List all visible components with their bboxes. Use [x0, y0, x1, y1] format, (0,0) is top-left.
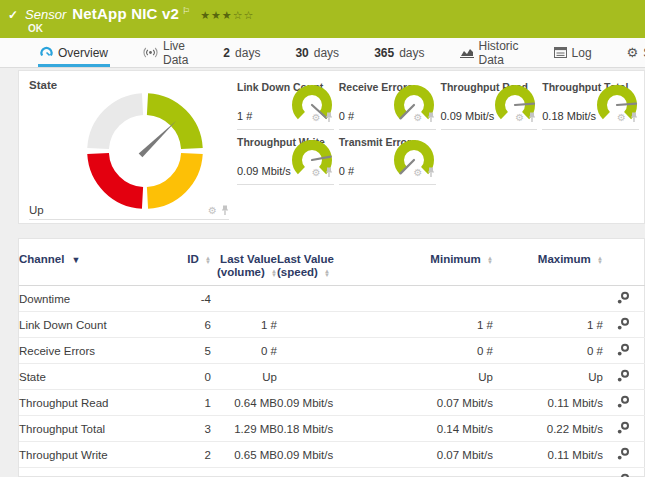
- tab-30-days[interactable]: 30days: [293, 38, 341, 67]
- sort-icon: ▲▼: [597, 256, 603, 264]
- column-label: ID: [187, 253, 199, 265]
- channel-table-panel: Channel ▼ID ▲▼Last Value(volume) ▲▼Last …: [18, 238, 645, 477]
- cell-channel[interactable]: Link Down Count: [19, 312, 171, 338]
- cell-channel[interactable]: Throughput Read: [19, 390, 171, 416]
- channel-settings-icon[interactable]: [617, 369, 630, 384]
- cell-volume: 0 #: [211, 468, 277, 477]
- pin-icon[interactable]: [221, 205, 229, 216]
- cell-volume: [211, 286, 277, 312]
- cell-max: 0 #: [493, 338, 603, 364]
- cell-channel[interactable]: State: [19, 364, 171, 390]
- gauge-settings-gear-icon[interactable]: ⚙: [414, 113, 423, 123]
- gauge-tile-throughput-read: Throughput Read 0.09 Mbit/s⚙: [441, 77, 538, 130]
- cell-id: 0: [171, 364, 211, 390]
- pin-icon[interactable]: [325, 164, 333, 182]
- state-gauge-footer: Up ⚙: [29, 204, 229, 220]
- column-label: Last Value: [277, 253, 334, 265]
- pin-icon[interactable]: [427, 164, 435, 182]
- cell-volume: 0.64 MB: [211, 390, 277, 416]
- table-row-link-down-count: Link Down Count61 #1 #1 #: [19, 312, 645, 338]
- tab-label: Log: [572, 46, 592, 60]
- object-kind-label: Sensor: [25, 7, 66, 22]
- state-gauge-title: State: [29, 79, 57, 91]
- flag-icon[interactable]: ⚐: [182, 6, 190, 16]
- table-row-transmit-errors: Transmit Errors40 #0 #0 #: [19, 468, 645, 477]
- gauge-settings-gear-icon[interactable]: ⚙: [312, 168, 321, 178]
- cell-channel[interactable]: Receive Errors: [19, 338, 171, 364]
- tab-log[interactable]: Log: [552, 38, 594, 67]
- table-row-state: State0UpUpUp: [19, 364, 645, 390]
- pin-icon[interactable]: [427, 109, 435, 127]
- cell-volume: 0 #: [211, 338, 277, 364]
- channel-table-header: Channel ▼ID ▲▼Last Value(volume) ▲▼Last …: [19, 249, 645, 286]
- channel-settings-icon[interactable]: [617, 395, 630, 410]
- cell-channel[interactable]: Downtime: [19, 286, 171, 312]
- gauge-value: 0 #: [339, 165, 354, 177]
- cell-min: 1 #: [367, 312, 493, 338]
- channel-settings-icon[interactable]: [617, 447, 630, 462]
- gauge-value: 1 #: [237, 110, 252, 122]
- cell-channel[interactable]: Throughput Write: [19, 442, 171, 468]
- cell-speed: [277, 468, 367, 477]
- gauge-value: 0 #: [339, 110, 354, 122]
- column-header-last-value-volume[interactable]: Last Value(volume) ▲▼: [211, 249, 277, 286]
- tab-label: days: [235, 46, 260, 60]
- cell-volume: 1 #: [211, 312, 277, 338]
- cell-channel[interactable]: Transmit Errors: [19, 468, 171, 477]
- tab-settings[interactable]: ⚙Settings: [625, 38, 645, 67]
- column-header-channel[interactable]: Channel ▼: [19, 249, 171, 286]
- cell-min: 0.07 Mbit/s: [367, 390, 493, 416]
- cell-max: 0.11 Mbit/s: [493, 442, 603, 468]
- log-icon: [554, 47, 567, 58]
- tab-label: Overview: [58, 46, 108, 60]
- state-gauge: [83, 89, 207, 217]
- cell-id: 6: [171, 312, 211, 338]
- channel-settings-icon[interactable]: [617, 291, 630, 306]
- gauge-settings-gear-icon[interactable]: ⚙: [312, 113, 321, 123]
- gauge-settings-gear-icon[interactable]: ⚙: [617, 113, 626, 123]
- cell-id: 1: [171, 390, 211, 416]
- gauge-value: 0.18 Mbit/s: [542, 110, 596, 122]
- channel-table-body: Downtime-4Link Down Count61 #1 #1 #Recei…: [19, 286, 645, 477]
- cell-channel[interactable]: Throughput Total: [19, 416, 171, 442]
- gauge-icon: [40, 46, 53, 59]
- cell-id: 4: [171, 468, 211, 477]
- column-header-minimum[interactable]: Minimum ▲▼: [367, 249, 493, 286]
- gauge-settings-gear-icon[interactable]: ⚙: [414, 168, 423, 178]
- gauge-settings-gear-icon[interactable]: ⚙: [208, 206, 217, 216]
- priority-stars[interactable]: ★★★☆☆: [200, 9, 254, 22]
- ok-check-icon: ✓: [8, 8, 18, 22]
- tab-overview[interactable]: Overview: [38, 38, 110, 67]
- column-header-last-value-speed[interactable]: Last Value(speed) ▲▼: [277, 249, 367, 286]
- column-header-maximum[interactable]: Maximum ▲▼: [493, 249, 603, 286]
- tab-bar: OverviewLive Data2days30days365daysHisto…: [0, 38, 645, 68]
- tab-label: Live Data: [163, 39, 188, 67]
- gauge-tile-transmit-errors: Transmit Errors 0 #⚙: [339, 132, 436, 185]
- sensor-title: NetApp NIC v2: [72, 5, 179, 22]
- table-row-throughput-read: Throughput Read10.64 MB0.09 Mbit/s0.07 M…: [19, 390, 645, 416]
- tab-label: days: [399, 46, 424, 60]
- column-header-id[interactable]: ID ▲▼: [171, 249, 211, 286]
- tab-number: 365: [374, 46, 394, 60]
- gauges-panel: State Up ⚙ Link Down Count 1 #⚙Receive E…: [18, 70, 645, 224]
- pin-icon[interactable]: [528, 109, 536, 127]
- table-row-receive-errors: Receive Errors50 #0 #0 #: [19, 338, 645, 364]
- cell-id: -4: [171, 286, 211, 312]
- tab-historic-data[interactable]: Historic Data: [458, 38, 521, 67]
- cell-volume: Up: [211, 364, 277, 390]
- pin-icon[interactable]: [630, 109, 638, 127]
- sort-icon: ▲▼: [487, 256, 493, 264]
- tab-365-days[interactable]: 365days: [372, 38, 426, 67]
- channel-settings-icon[interactable]: [617, 473, 630, 477]
- pin-icon[interactable]: [325, 109, 333, 127]
- channel-settings-icon[interactable]: [617, 317, 630, 332]
- cell-min: 0.14 Mbit/s: [367, 416, 493, 442]
- cell-min: [367, 286, 493, 312]
- gauge-settings-gear-icon[interactable]: ⚙: [515, 113, 524, 123]
- tab-2-days[interactable]: 2days: [221, 38, 262, 67]
- cell-id: 2: [171, 442, 211, 468]
- column-label: Last Value: [220, 253, 277, 265]
- channel-settings-icon[interactable]: [617, 343, 630, 358]
- tab-live-data[interactable]: Live Data: [141, 38, 190, 67]
- channel-settings-icon[interactable]: [617, 421, 630, 436]
